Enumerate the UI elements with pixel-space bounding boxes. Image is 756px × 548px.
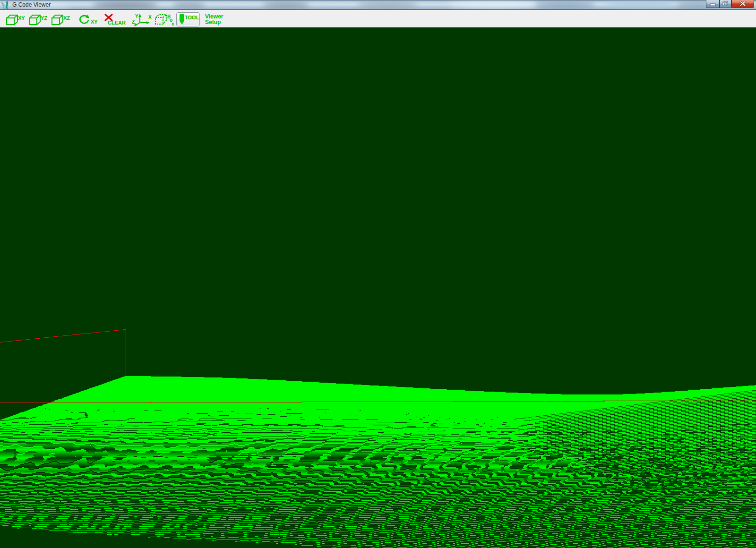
svg-text:x: x [172, 21, 174, 26]
svg-text:C: C [3, 6, 6, 9]
svg-text:Z: Z [132, 19, 135, 25]
svg-text:Y: Y [135, 14, 138, 19]
svg-text:X: X [148, 15, 152, 20]
